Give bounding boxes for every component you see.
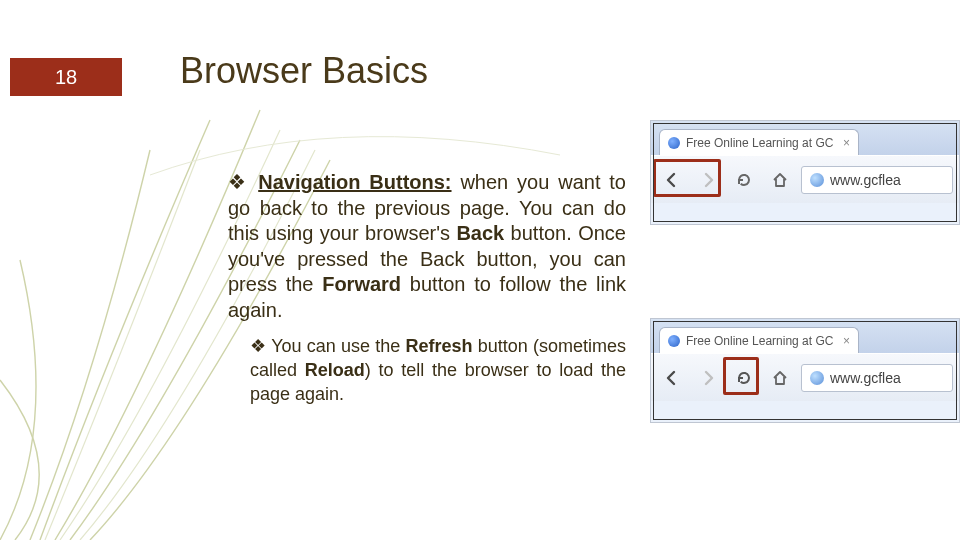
arrow-right-icon	[699, 171, 717, 189]
home-icon	[771, 171, 789, 189]
browser-illustration-back-forward: Free Online Learning at GC × www.gcflea	[650, 120, 960, 225]
back-word: Back	[456, 222, 504, 244]
page-number: 18	[55, 66, 77, 89]
body-content: ❖ Navigation Buttons: when you want to g…	[228, 170, 626, 406]
home-icon	[771, 369, 789, 387]
favicon-icon	[668, 335, 680, 347]
nav-toolbar: www.gcflea	[651, 155, 959, 203]
slide-title: Browser Basics	[180, 50, 428, 92]
reload-button	[729, 165, 759, 195]
forward-word: Forward	[322, 273, 401, 295]
bullet-marker-icon: ❖	[228, 171, 249, 193]
forward-button	[693, 165, 723, 195]
browser-illustration-reload: Free Online Learning at GC × www.gcflea	[650, 318, 960, 423]
reload-icon	[735, 369, 753, 387]
tab-bar: Free Online Learning at GC ×	[651, 121, 959, 155]
url-text: www.gcflea	[830, 172, 901, 188]
browser-tab: Free Online Learning at GC ×	[659, 327, 859, 353]
address-bar: www.gcflea	[801, 166, 953, 194]
refresh-word: Refresh	[405, 336, 472, 356]
favicon-icon	[668, 137, 680, 149]
bullet-navigation-buttons: ❖ Navigation Buttons: when you want to g…	[228, 170, 626, 324]
reload-word: Reload	[305, 360, 365, 380]
back-button	[657, 165, 687, 195]
bullet2-text-a: You can use the	[266, 336, 405, 356]
home-button	[765, 165, 795, 195]
arrow-right-icon	[699, 369, 717, 387]
address-bar: www.gcflea	[801, 364, 953, 392]
back-button	[657, 363, 687, 393]
tab-bar: Free Online Learning at GC ×	[651, 319, 959, 353]
forward-button	[693, 363, 723, 393]
bullet-lead: Navigation Buttons:	[258, 171, 451, 193]
arrow-left-icon	[663, 369, 681, 387]
nav-toolbar: www.gcflea	[651, 353, 959, 401]
bullet-refresh: ❖ You can use the Refresh button (someti…	[250, 334, 626, 407]
home-button	[765, 363, 795, 393]
reload-icon	[735, 171, 753, 189]
arrow-left-icon	[663, 171, 681, 189]
globe-icon	[810, 173, 824, 187]
page-number-badge: 18	[10, 58, 122, 96]
tab-title: Free Online Learning at GC	[686, 334, 833, 348]
close-tab-icon: ×	[843, 334, 850, 348]
url-text: www.gcflea	[830, 370, 901, 386]
reload-button	[729, 363, 759, 393]
bullet-marker-icon: ❖	[250, 336, 266, 356]
browser-tab: Free Online Learning at GC ×	[659, 129, 859, 155]
globe-icon	[810, 371, 824, 385]
tab-title: Free Online Learning at GC	[686, 136, 833, 150]
close-tab-icon: ×	[843, 136, 850, 150]
